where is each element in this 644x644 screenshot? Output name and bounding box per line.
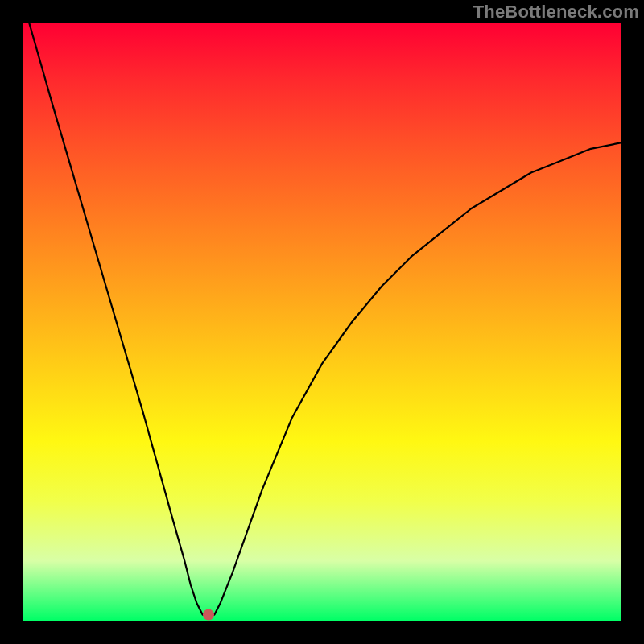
chart-svg <box>23 23 621 621</box>
watermark-text: TheBottleneck.com <box>473 2 639 23</box>
chart-plot-area <box>23 23 621 621</box>
chart-frame: TheBottleneck.com <box>0 0 644 644</box>
optimal-point-marker <box>203 609 214 621</box>
bottleneck-curve <box>29 23 621 615</box>
